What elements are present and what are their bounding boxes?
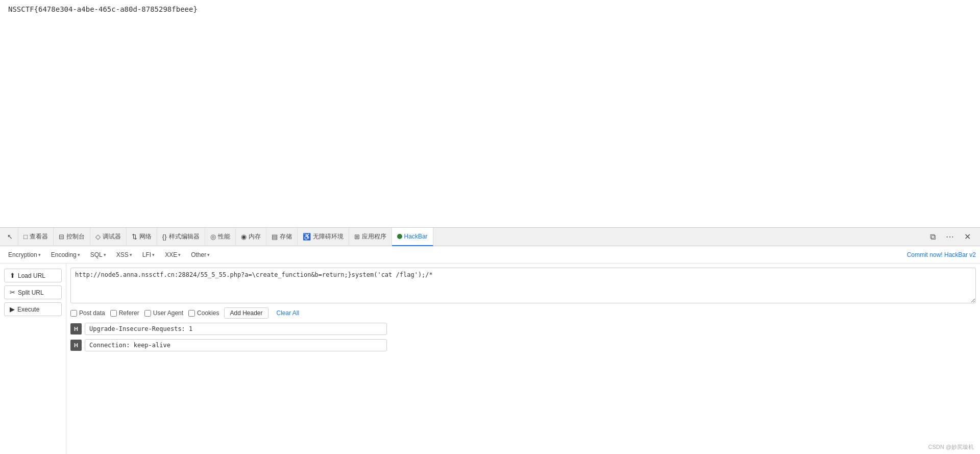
tab-application-label: 应用程序 [362, 232, 386, 241]
xss-menu[interactable]: XSS ▾ [112, 250, 136, 260]
lfi-menu[interactable]: LFI ▾ [138, 250, 159, 260]
xxe-menu[interactable]: XXE ▾ [161, 250, 185, 260]
tab-storage-label: 存储 [280, 232, 292, 241]
xss-arrow: ▾ [130, 252, 132, 257]
hackbar-main: Post data Referer User Agent Cookies A [66, 264, 980, 454]
hackbar-content: Encryption ▾ Encoding ▾ SQL ▾ XSS ▾ LFI … [0, 246, 980, 454]
memory-icon: ◉ [241, 233, 247, 241]
sql-arrow: ▾ [104, 252, 106, 257]
cookies-checkbox-label[interactable]: Cookies [188, 309, 219, 317]
hackbar-sidebar: ⬆ Load URL ✂ Split URL ▶ Execute [0, 264, 66, 454]
tab-hackbar[interactable]: HackBar [392, 228, 433, 246]
watermark: CSDN @妙尻璇机 [928, 443, 974, 451]
lfi-label: LFI [142, 251, 151, 258]
referer-checkbox[interactable] [110, 310, 117, 317]
tab-pointer[interactable]: ↖ [2, 228, 18, 246]
url-input[interactable] [70, 268, 976, 303]
console-icon: ⊟ [59, 233, 64, 241]
execute-label: Execute [17, 306, 39, 313]
tab-memory[interactable]: ◉ 内存 [236, 228, 266, 246]
user-agent-checkbox-label[interactable]: User Agent [144, 309, 183, 317]
load-url-button[interactable]: ⬆ Load URL [4, 269, 62, 282]
header-input-2[interactable] [85, 339, 387, 351]
tab-accessibility[interactable]: ♿ 无障碍环境 [298, 228, 349, 246]
xss-label: XSS [116, 251, 129, 258]
encryption-label: Encryption [8, 251, 37, 258]
tab-style-editor[interactable]: {} 样式编辑器 [157, 228, 205, 246]
post-data-checkbox[interactable] [70, 310, 77, 317]
header-badge-2: H [70, 340, 82, 351]
header-row-2: H [70, 339, 387, 351]
tab-inspector[interactable]: □ 查看器 [18, 228, 54, 246]
lfi-arrow: ▾ [152, 252, 155, 257]
load-url-label: Load URL [18, 272, 45, 279]
tab-debugger[interactable]: ◇ 调试器 [90, 228, 127, 246]
encoding-menu[interactable]: Encoding ▾ [47, 250, 84, 260]
user-agent-checkbox[interactable] [144, 310, 151, 317]
dock-button[interactable]: ⧉ [927, 231, 939, 243]
split-url-label: Split URL [18, 289, 44, 296]
tab-network[interactable]: ⇅ 网络 [127, 228, 157, 246]
devtools-tabs-bar: ↖ □ 查看器 ⊟ 控制台 ◇ 调试器 ⇅ 网络 {} 样式编辑器 ◎ 性能 ◉… [0, 228, 980, 246]
other-label: Other [191, 251, 206, 258]
close-devtools-button[interactable]: ✕ [961, 231, 974, 243]
commit-label[interactable]: Commit now! HackBar v2 [907, 251, 976, 258]
execute-icon: ▶ [10, 305, 15, 313]
other-menu[interactable]: Other ▾ [187, 250, 214, 260]
load-url-icon: ⬆ [10, 272, 15, 279]
split-url-button[interactable]: ✂ Split URL [4, 285, 62, 299]
page-content: NSSCTF{6478e304-a4be-465c-a80d-8785298fb… [0, 0, 980, 227]
encryption-arrow: ▾ [38, 252, 41, 257]
referer-label: Referer [119, 309, 139, 317]
tab-application[interactable]: ⊞ 应用程序 [349, 228, 392, 246]
split-url-icon: ✂ [10, 289, 15, 296]
style-icon: {} [162, 233, 167, 241]
xxe-label: XXE [165, 251, 177, 258]
flag-text: NSSCTF{6478e304-a4be-465c-a80d-8785298fb… [8, 5, 198, 13]
network-icon: ⇅ [132, 233, 137, 241]
header-input-1[interactable] [85, 323, 387, 335]
tab-performance[interactable]: ◎ 性能 [205, 228, 236, 246]
encryption-menu[interactable]: Encryption ▾ [4, 250, 45, 260]
tab-memory-label: 内存 [249, 232, 261, 241]
user-agent-label: User Agent [153, 309, 183, 317]
tab-inspector-label: 查看器 [30, 232, 48, 241]
header-badge-1: H [70, 323, 82, 334]
tab-storage[interactable]: ▤ 存储 [266, 228, 298, 246]
sql-menu[interactable]: SQL ▾ [86, 250, 110, 260]
encoding-arrow: ▾ [78, 252, 80, 257]
other-arrow: ▾ [207, 252, 210, 257]
post-data-checkbox-label[interactable]: Post data [70, 309, 105, 317]
tab-style-label: 样式编辑器 [169, 232, 200, 241]
performance-icon: ◎ [210, 233, 216, 241]
tab-console[interactable]: ⊟ 控制台 [54, 228, 90, 246]
post-options-row: Post data Referer User Agent Cookies A [70, 307, 976, 319]
post-data-label: Post data [79, 309, 105, 317]
sql-label: SQL [90, 251, 103, 258]
xxe-arrow: ▾ [178, 252, 181, 257]
hackbar-body: ⬆ Load URL ✂ Split URL ▶ Execute [0, 264, 980, 454]
referer-checkbox-label[interactable]: Referer [110, 309, 139, 317]
devtools-actions: ⧉ ⋯ ✕ [927, 231, 978, 243]
accessibility-icon: ♿ [303, 233, 311, 241]
tab-debugger-label: 调试器 [103, 232, 121, 241]
cookies-checkbox[interactable] [188, 310, 195, 317]
storage-icon: ▤ [272, 233, 278, 241]
cookies-label: Cookies [197, 309, 219, 317]
inspector-icon: □ [23, 233, 28, 241]
hackbar-dot-icon [397, 234, 402, 239]
encoding-label: Encoding [51, 251, 77, 258]
watermark-text: CSDN @妙尻璇机 [928, 444, 974, 450]
clear-all-button[interactable]: Clear All [274, 308, 303, 318]
tab-network-label: 网络 [139, 232, 152, 241]
tab-performance-label: 性能 [218, 232, 230, 241]
execute-button[interactable]: ▶ Execute [4, 302, 62, 316]
pointer-icon: ↖ [7, 233, 13, 241]
application-icon: ⊞ [354, 233, 360, 241]
devtools-panel: ↖ □ 查看器 ⊟ 控制台 ◇ 调试器 ⇅ 网络 {} 样式编辑器 ◎ 性能 ◉… [0, 227, 980, 454]
header-row-1: H [70, 323, 387, 335]
more-button[interactable]: ⋯ [943, 231, 957, 243]
tab-console-label: 控制台 [66, 232, 85, 241]
hackbar-toolbar: Encryption ▾ Encoding ▾ SQL ▾ XSS ▾ LFI … [0, 246, 980, 264]
add-header-button[interactable]: Add Header [224, 307, 268, 319]
